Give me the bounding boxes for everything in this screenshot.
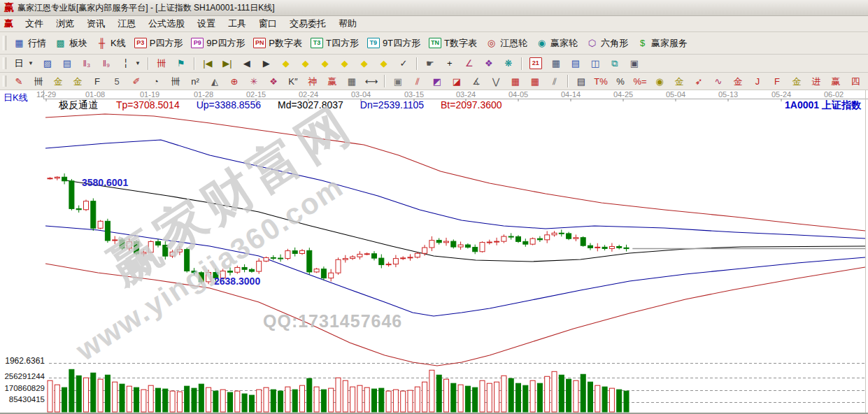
toolbar-gripper[interactable] bbox=[3, 36, 6, 51]
zoom-shrink-x-icon[interactable]: ◆ bbox=[276, 56, 296, 71]
report-pad-icon[interactable]: ▤ bbox=[566, 56, 585, 71]
gann-table-icon[interactable]: ▤ bbox=[571, 74, 591, 89]
menu-公式选股[interactable]: 公式选股 bbox=[142, 16, 191, 31]
t-percent-icon[interactable]: T% bbox=[591, 74, 611, 89]
winner-wheel-button[interactable]: ◉赢家轮 bbox=[532, 35, 582, 52]
menu-设置[interactable]: 设置 bbox=[191, 16, 222, 31]
zoom-grow-all-icon[interactable]: ◆ bbox=[355, 56, 374, 71]
sector-blocks-button[interactable]: ▩板块 bbox=[50, 35, 92, 52]
si-angle-icon[interactable]: 四 bbox=[846, 74, 865, 89]
t-square-button[interactable]: T3T四方形 bbox=[306, 35, 363, 52]
kline-chart-area[interactable]: 赢家财富网 www.yingjia360.com QQ:1731457646 日… bbox=[0, 90, 868, 414]
ruler-icon[interactable]: 卌 bbox=[29, 74, 48, 89]
f-ruler-icon[interactable]: F bbox=[87, 74, 107, 89]
hexagon-button[interactable]: ⬡六角形 bbox=[582, 35, 632, 52]
indicator-panel-icon[interactable]: 卌 bbox=[152, 56, 171, 71]
zoom-split-h-icon[interactable]: ◆ bbox=[315, 56, 335, 71]
gold-ruler-2-icon[interactable]: 金 bbox=[68, 74, 87, 89]
ruler-2-icon[interactable]: 卌 bbox=[166, 74, 185, 89]
gold-pen-angle-icon[interactable]: 金 bbox=[787, 74, 806, 89]
spiral-5-icon[interactable]: 5 bbox=[107, 74, 127, 89]
fan-box-purple-icon[interactable]: ◩ bbox=[427, 74, 447, 89]
gold-angle-icon[interactable]: 金 bbox=[728, 74, 748, 89]
f-angle-icon[interactable]: F bbox=[767, 74, 787, 89]
symbol-label[interactable]: 1A0001 上证指数 bbox=[785, 99, 861, 112]
k-second-icon[interactable]: K″ bbox=[283, 74, 303, 89]
web-grid-icon[interactable]: ❖ bbox=[264, 74, 283, 89]
detail-board-icon[interactable]: ▤ bbox=[57, 56, 77, 71]
v-lines-icon[interactable]: ⋁ bbox=[486, 74, 506, 89]
period-day-icon[interactable]: 日▼ bbox=[9, 56, 38, 71]
gold-level-icon[interactable]: 金 bbox=[669, 74, 689, 89]
tool-teal-icon[interactable]: ❋ bbox=[499, 56, 518, 71]
angle-fan-icon[interactable]: ∡ bbox=[467, 74, 486, 89]
protractor-icon[interactable]: ◭ bbox=[205, 74, 225, 89]
p-number-table-button[interactable]: PNP数字表 bbox=[249, 35, 306, 52]
parallel-lines-icon[interactable]: ⫽ bbox=[545, 74, 564, 89]
ying-tool-icon[interactable]: 赢 bbox=[322, 74, 342, 89]
gann-target-icon[interactable]: ⊕ bbox=[225, 74, 244, 89]
ying-angle-icon[interactable]: 赢 bbox=[826, 74, 846, 89]
n-squared-icon[interactable]: n² bbox=[185, 74, 205, 89]
zoom-split-v-icon[interactable]: ◆ bbox=[335, 56, 355, 71]
grid-red-1-icon[interactable]: ▦ bbox=[506, 74, 525, 89]
pattern-net-icon[interactable]: ▨ bbox=[38, 56, 57, 71]
hand-drag-icon[interactable]: ☛ bbox=[420, 56, 440, 71]
measure-h-icon[interactable]: ⟷ bbox=[362, 74, 381, 89]
zoom-grow-x-icon[interactable]: ◆ bbox=[296, 56, 315, 71]
t-number-table-button[interactable]: TNT数字表 bbox=[425, 35, 481, 52]
menu-资讯[interactable]: 资讯 bbox=[80, 16, 111, 31]
chart-flag-icon[interactable]: ⚑ bbox=[171, 56, 191, 71]
shen-tool-icon[interactable]: 神 bbox=[303, 74, 322, 89]
menu-江恩[interactable]: 江恩 bbox=[111, 16, 142, 31]
page-left-icon[interactable]: ◀ bbox=[237, 56, 257, 71]
gold-ruler-1-icon[interactable]: 金 bbox=[48, 74, 68, 89]
brush-icon[interactable]: ✎ bbox=[9, 74, 29, 89]
9t-square-button[interactable]: T99T四方形 bbox=[363, 35, 425, 52]
red-brush-icon[interactable]: ✐ bbox=[127, 74, 146, 89]
toolbar-gripper[interactable] bbox=[3, 76, 6, 87]
j-angle-icon[interactable]: J bbox=[748, 74, 767, 89]
page-right-icon[interactable]: ▶ bbox=[257, 56, 276, 71]
star-rays-icon[interactable]: ✳ bbox=[244, 74, 264, 89]
arrow-pen-icon[interactable]: ➶ bbox=[689, 74, 709, 89]
menu-工具[interactable]: 工具 bbox=[222, 16, 252, 31]
toolbar-gripper[interactable] bbox=[3, 57, 6, 70]
grid-123-icon[interactable]: ▦ bbox=[342, 74, 362, 89]
print-icon[interactable]: ▣ bbox=[625, 56, 644, 71]
gann-wheel-button[interactable]: ◎江恩轮 bbox=[481, 35, 532, 52]
menu-帮助[interactable]: 帮助 bbox=[332, 16, 363, 31]
tool-purple-icon[interactable]: ❖ bbox=[479, 56, 499, 71]
angle-ruler-icon[interactable]: ∠ bbox=[460, 56, 479, 71]
menu-窗口[interactable]: 窗口 bbox=[252, 16, 283, 31]
export-view-icon[interactable]: ⧉ bbox=[605, 56, 625, 71]
box-select-icon[interactable]: ▣ bbox=[388, 74, 408, 89]
menu-浏览[interactable]: 浏览 bbox=[50, 16, 80, 31]
menu-交易委托[interactable]: 交易委托 bbox=[283, 16, 332, 31]
time-cycle-icon[interactable]: ◔ bbox=[146, 74, 166, 89]
9p-square-button[interactable]: P99P四方形 bbox=[187, 35, 249, 52]
candlestick-plot[interactable] bbox=[0, 90, 868, 414]
fan-lines-icon[interactable]: ⫽ bbox=[408, 74, 427, 89]
gold-circle-icon[interactable]: ◉ bbox=[650, 74, 669, 89]
select-check-icon[interactable]: ✓ bbox=[394, 56, 413, 71]
crosshair-icon[interactable]: + bbox=[440, 56, 460, 71]
menu-文件[interactable]: 文件 bbox=[19, 16, 50, 31]
percent-line-icon[interactable]: %= bbox=[630, 74, 650, 89]
indicator-name[interactable]: 极反通道 bbox=[59, 99, 98, 112]
winner-service-button[interactable]: $赢家服务 bbox=[632, 35, 692, 52]
kline-button[interactable]: ╫K线 bbox=[92, 35, 130, 52]
quote-table-button[interactable]: ▦行情 bbox=[9, 35, 50, 52]
bars-3-icon[interactable]: ‖₃ bbox=[77, 56, 97, 71]
wave-tool-icon[interactable]: ∿ bbox=[709, 74, 728, 89]
grid-red-2-icon[interactable]: ▦ bbox=[525, 74, 545, 89]
calendar-21-icon[interactable]: 21 bbox=[525, 55, 546, 71]
percent-icon[interactable]: % bbox=[611, 74, 630, 89]
calculator-icon[interactable]: ▦ bbox=[546, 56, 566, 71]
jin-angle-icon[interactable]: 进 bbox=[806, 74, 826, 89]
candle-style-icon[interactable]: ╎▼ bbox=[116, 56, 145, 71]
zoom-reset-icon[interactable]: ◆ bbox=[374, 56, 394, 71]
first-page-icon[interactable]: |◀ bbox=[198, 56, 218, 71]
pane-label-daily-kline[interactable]: 日K线 bbox=[3, 92, 28, 104]
last-page-icon[interactable]: ▶| bbox=[218, 56, 237, 71]
